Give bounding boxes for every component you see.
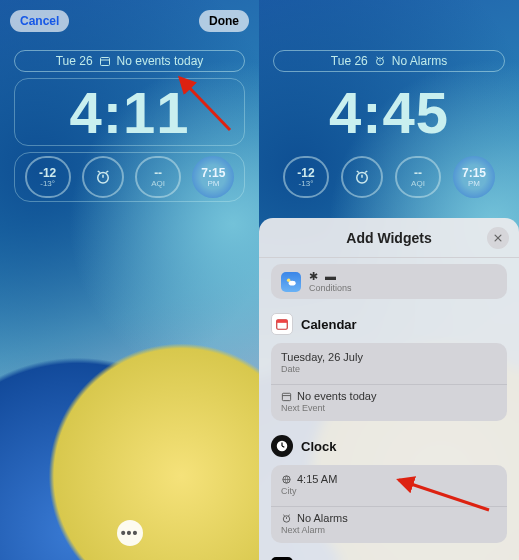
date-label: Tue 26: [331, 54, 368, 68]
date-widget[interactable]: Tue 26 No Alarms: [273, 50, 505, 72]
widget-row[interactable]: -12 -13° -- AQI 7:15 PM: [14, 152, 245, 202]
more-button[interactable]: •••: [117, 520, 143, 546]
clock-nextalarm-widget[interactable]: No Alarms Next Alarm: [281, 502, 497, 535]
alarm-icon: [94, 168, 112, 186]
svg-line-4: [98, 171, 100, 173]
clock-widget: 4:45: [273, 78, 505, 146]
date-status-text: No Alarms: [392, 54, 447, 68]
aqi-label: AQI: [151, 179, 165, 188]
weather-widget[interactable]: -12 -13°: [25, 156, 71, 198]
weather-widget[interactable]: -12 -13°: [283, 156, 329, 198]
aqi-label: AQI: [411, 179, 425, 188]
weather-sublabel: Conditions: [309, 283, 352, 293]
calendar-nextevent-widget[interactable]: No events today Next Event: [281, 380, 497, 413]
calendar-date-widget[interactable]: Tuesday, 26 July Date: [281, 351, 497, 374]
add-widgets-sheet: Add Widgets ✱ ▬ Conditions Calendar: [259, 218, 519, 560]
calendar-nextevent-sub: Next Event: [281, 403, 497, 413]
svg-rect-19: [282, 393, 290, 400]
calendar-nextevent-line: No events today: [297, 390, 377, 402]
svg-point-16: [289, 280, 296, 285]
svg-line-28: [288, 514, 289, 515]
world-clock-widget[interactable]: 7:15 PM: [453, 156, 495, 198]
clock-app-label: Clock: [301, 439, 336, 454]
svg-line-10: [382, 57, 384, 58]
world-clock-time: 7:15: [201, 167, 225, 179]
temp-sub: -13°: [40, 179, 55, 188]
clock-time: 4:11: [69, 79, 189, 146]
clock-city-line: 4:15 AM: [297, 473, 337, 485]
widget-row: -12 -13° -- AQI 7:15 PM: [273, 152, 505, 202]
world-clock-widget[interactable]: 7:15 PM: [192, 156, 234, 198]
sheet-title: Add Widgets: [346, 230, 431, 246]
clock-app-icon: [271, 435, 293, 457]
calendar-date-sub: Date: [281, 364, 497, 374]
weather-conditions-card[interactable]: ✱ ▬ Conditions: [271, 264, 507, 299]
sheet-body[interactable]: ✱ ▬ Conditions Calendar Tuesday, 26 July…: [259, 258, 519, 560]
clock-app-row[interactable]: Clock: [271, 431, 507, 465]
calendar-date-line: Tuesday, 26 July: [281, 351, 497, 363]
temp-sub: -13°: [299, 179, 314, 188]
calendar-icon: [99, 55, 111, 67]
weather-symbols: ✱ ▬: [309, 270, 352, 283]
aqi-widget[interactable]: -- AQI: [135, 156, 181, 198]
svg-line-5: [106, 171, 108, 173]
done-button[interactable]: Done: [199, 10, 249, 32]
clock-city-sub: City: [281, 486, 497, 496]
alarm-icon: [374, 55, 386, 67]
clock-widgets-card[interactable]: 4:15 AM City No Alarms Next Alarm: [271, 465, 507, 543]
calendar-app-label: Calendar: [301, 317, 357, 332]
alarm-widget[interactable]: [82, 156, 124, 198]
svg-line-14: [365, 171, 367, 173]
weather-icon: [281, 272, 301, 292]
globe-icon: [281, 474, 292, 485]
aqi-widget[interactable]: -- AQI: [395, 156, 441, 198]
clock-widget[interactable]: 4:11: [14, 78, 245, 146]
svg-line-13: [357, 171, 359, 173]
close-icon: [493, 233, 503, 243]
svg-rect-0: [100, 58, 109, 66]
phone-right: Tue 26 No Alarms 4:45 -12 -13° -- AQI 7:…: [259, 0, 519, 560]
sheet-header: Add Widgets: [259, 218, 519, 258]
world-clock-ampm: PM: [468, 179, 480, 188]
alarm-small-icon: [281, 513, 292, 524]
calendar-app-row[interactable]: Calendar: [271, 309, 507, 343]
fitness-app-row[interactable]: Fitness: [271, 553, 507, 560]
date-label: Tue 26: [56, 54, 93, 68]
temp-value: -12: [297, 167, 314, 179]
calendar-widgets-card[interactable]: Tuesday, 26 July Date No events today Ne…: [271, 343, 507, 421]
clock-nextalarm-sub: Next Alarm: [281, 525, 497, 535]
clock-time: 4:45: [329, 79, 449, 146]
svg-line-9: [376, 57, 378, 58]
aqi-value: --: [414, 167, 422, 179]
svg-rect-18: [277, 320, 288, 323]
sheet-close-button[interactable]: [487, 227, 509, 249]
aqi-value: --: [154, 167, 162, 179]
clock-city-widget[interactable]: 4:15 AM City: [281, 473, 497, 496]
world-clock-ampm: PM: [207, 179, 219, 188]
cancel-button[interactable]: Cancel: [10, 10, 69, 32]
calendar-app-icon: [271, 313, 293, 335]
clock-nextalarm-line: No Alarms: [297, 512, 348, 524]
alarm-icon: [353, 168, 371, 186]
alarm-widget[interactable]: [341, 156, 383, 198]
temp-value: -12: [39, 167, 56, 179]
date-event-text: No events today: [117, 54, 204, 68]
svg-point-25: [283, 515, 289, 521]
world-clock-time: 7:15: [462, 167, 486, 179]
calendar-small-icon: [281, 391, 292, 402]
svg-line-27: [283, 514, 284, 515]
date-widget[interactable]: Tue 26 No events today: [14, 50, 245, 72]
phone-left: Cancel Done Tue 26 No events today 4:11 …: [0, 0, 259, 560]
